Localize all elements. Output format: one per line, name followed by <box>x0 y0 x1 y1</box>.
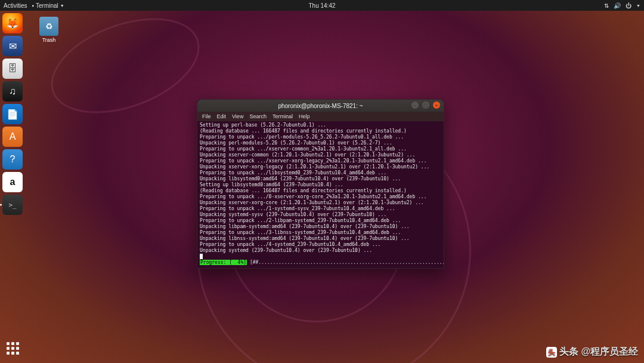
window-titlebar[interactable]: phoronix@phoronix-MS-7821: ~ – ▢ × <box>197 100 444 112</box>
app-menu-label: Terminal <box>36 2 58 9</box>
dock-amazon[interactable]: a <box>2 172 23 192</box>
chevron-down-icon: ▼ <box>60 4 64 8</box>
dock-thunderbird[interactable]: ✉ <box>2 36 23 56</box>
trash-icon: ♻ <box>39 17 58 36</box>
watermark-text: 头条 @程序员圣经 <box>559 346 638 356</box>
help-icon: ? <box>10 154 16 165</box>
dock-libreoffice-writer[interactable]: 📄 <box>2 104 23 124</box>
amazon-icon: a <box>10 177 16 187</box>
app-menu[interactable]: ▪ Terminal ▼ <box>32 2 64 9</box>
menu-search[interactable]: Search <box>249 113 267 119</box>
menu-file[interactable]: File <box>202 113 211 119</box>
menu-help[interactable]: Help <box>299 113 310 119</box>
window-close-button[interactable]: × <box>433 101 440 109</box>
terminal-menubar: File Edit View Search Terminal Help <box>197 112 444 121</box>
terminal-window: phoronix@phoronix-MS-7821: ~ – ▢ × File … <box>197 99 444 269</box>
progress-bar: [##.....................................… <box>250 260 444 265</box>
top-panel: Activities ▪ Terminal ▼ Thu 14:42 ⇅ 🔊 ⏻ … <box>0 0 644 11</box>
menu-terminal[interactable]: Terminal <box>273 113 293 119</box>
dock-help[interactable]: ? <box>2 149 23 170</box>
power-icon[interactable]: ⏻ <box>626 2 631 9</box>
terminal-output[interactable]: Setting up perl-base (5.26.2-7ubuntu0.1)… <box>197 121 444 268</box>
activities-button[interactable]: Activities <box>4 2 27 9</box>
software-icon: A <box>10 131 16 142</box>
dock-files[interactable]: 🗄 <box>2 59 23 79</box>
progress-label: Progress: [ 4%] <box>200 260 247 265</box>
terminal-icon: ▪ <box>32 2 34 9</box>
rhythmbox-icon: ♫ <box>9 86 16 97</box>
chevron-down-icon: ▼ <box>636 4 640 8</box>
window-title: phoronix@phoronix-MS-7821: ~ <box>278 103 363 109</box>
show-applications-button[interactable] <box>4 339 21 357</box>
window-maximize-button[interactable]: ▢ <box>422 101 429 109</box>
clock[interactable]: Thu 14:42 <box>308 2 335 9</box>
volume-icon[interactable]: 🔊 <box>614 2 621 9</box>
terminal-text: Setting up perl-base (5.26.2-7ubuntu0.1)… <box>200 122 429 253</box>
files-icon: 🗄 <box>8 63 17 74</box>
dock-rhythmbox[interactable]: ♫ <box>2 81 23 101</box>
dock-terminal[interactable]: >_ <box>2 195 23 215</box>
network-icon[interactable]: ⇅ <box>604 2 609 9</box>
progress-line: Progress: [ 4%] [##.....................… <box>200 260 441 266</box>
firefox-icon: 🦊 <box>7 18 18 29</box>
dock: 🦊 ✉ 🗄 ♫ 📄 A ? a >_ <box>2 13 24 215</box>
menu-edit[interactable]: Edit <box>217 113 227 119</box>
thunderbird-icon: ✉ <box>9 41 17 52</box>
terminal-icon: >_ <box>8 201 16 209</box>
writer-icon: 📄 <box>7 109 18 120</box>
watermark-logo-icon: 头 <box>546 347 557 358</box>
desktop-trash[interactable]: ♻ Trash <box>37 17 61 43</box>
window-minimize-button[interactable]: – <box>411 101 419 109</box>
terminal-cursor <box>200 254 203 259</box>
menu-view[interactable]: View <box>232 113 243 119</box>
dock-firefox[interactable]: 🦊 <box>2 13 23 33</box>
desktop-trash-label: Trash <box>37 37 61 43</box>
watermark: 头头条 @程序员圣经 <box>546 346 638 358</box>
dock-ubuntu-software[interactable]: A <box>2 127 23 147</box>
decorative-swirl <box>38 0 212 131</box>
